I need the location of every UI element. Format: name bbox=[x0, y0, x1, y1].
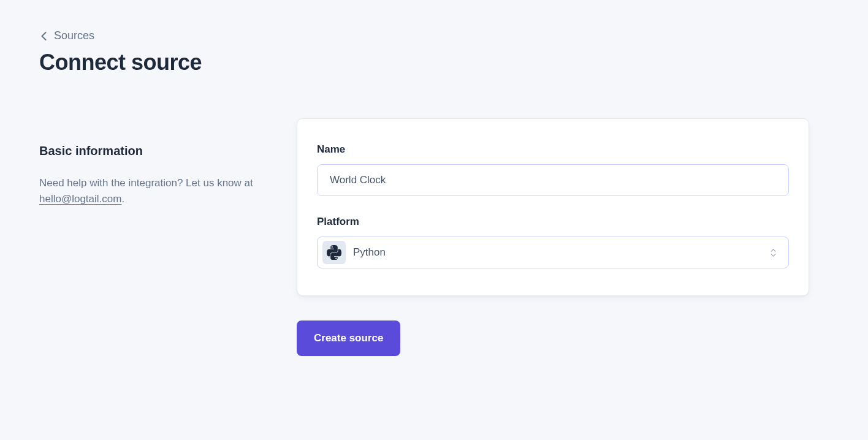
name-input[interactable] bbox=[317, 164, 789, 196]
help-text-prefix: Need help with the integration? Let us k… bbox=[39, 177, 253, 189]
platform-field: Platform Python bbox=[317, 216, 789, 268]
platform-label: Platform bbox=[317, 216, 789, 228]
help-text: Need help with the integration? Let us k… bbox=[39, 175, 272, 208]
name-field: Name bbox=[317, 143, 789, 196]
section-title: Basic information bbox=[39, 144, 272, 158]
up-down-icon bbox=[771, 249, 779, 257]
page-title: Connect source bbox=[39, 50, 829, 75]
page-container: Sources Connect source Basic information… bbox=[0, 0, 868, 385]
platform-select[interactable]: Python bbox=[317, 237, 789, 268]
platform-value: Python bbox=[353, 246, 763, 259]
content-row: Basic information Need help with the int… bbox=[39, 118, 829, 356]
name-label: Name bbox=[317, 143, 789, 156]
form-card: Name Platform Python bbox=[297, 118, 809, 296]
help-text-suffix: . bbox=[121, 193, 124, 205]
breadcrumb[interactable]: Sources bbox=[39, 29, 94, 42]
create-source-button[interactable]: Create source bbox=[297, 321, 400, 356]
python-icon bbox=[322, 241, 346, 264]
chevron-left-icon bbox=[39, 32, 48, 40]
breadcrumb-label: Sources bbox=[54, 29, 94, 42]
page-header: Sources Connect source bbox=[39, 29, 829, 75]
main-column: Name Platform Python bbox=[297, 118, 809, 356]
help-email-link[interactable]: hello@logtail.com bbox=[39, 193, 121, 205]
sidebar: Basic information Need help with the int… bbox=[39, 118, 272, 208]
